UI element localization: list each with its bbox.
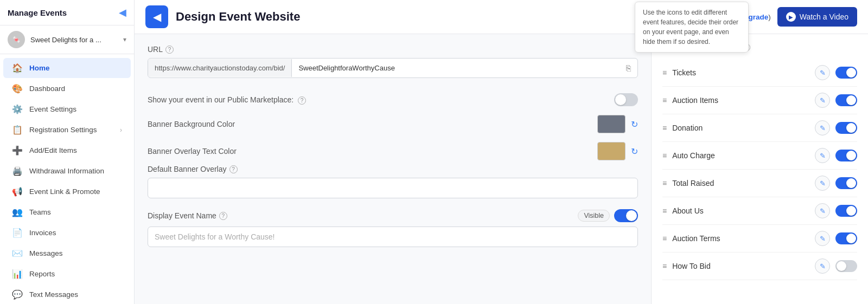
url-label: URL ? xyxy=(148,45,638,54)
auction-items-toggle[interactable] xyxy=(835,94,857,106)
nav-config-item-how-to-bid: ≡ How To Bid ✎ xyxy=(662,253,857,280)
sidebar-item-label: Registration Settings xyxy=(29,126,97,134)
edit-about-us-button[interactable]: ✎ xyxy=(815,203,830,218)
auto-charge-toggle[interactable] xyxy=(835,150,857,161)
how-to-bid-toggle[interactable] xyxy=(835,260,857,272)
banner-bg-color-row: Banner Background Color ↻ xyxy=(148,111,638,138)
watch-label: Watch a Video xyxy=(800,12,848,21)
edit-auction-items-button[interactable]: ✎ xyxy=(815,93,830,108)
sidebar-item-label: Reports xyxy=(29,270,55,278)
banner-bg-reset-icon[interactable]: ↻ xyxy=(631,119,638,130)
banner-bg-swatch-wrap: ↻ xyxy=(597,115,638,133)
banner-overlay-color-row: Banner Overlay Text Color ↻ xyxy=(148,138,638,165)
nav-config-item-tickets: ≡ Tickets ✎ xyxy=(662,59,857,87)
nav-item-label-about-us: About Us xyxy=(672,206,809,215)
banner-overlay-reset-icon[interactable]: ↻ xyxy=(631,146,638,157)
sidebar-item-messages[interactable]: ✉️ Messages xyxy=(3,243,131,263)
nav-item-label-donation: Donation xyxy=(672,124,809,132)
toggle-knob xyxy=(615,94,626,105)
marketplace-toggle[interactable] xyxy=(614,93,638,106)
event-name-input[interactable] xyxy=(148,227,638,247)
sidebar-collapse-icon[interactable]: ◀ xyxy=(119,7,126,18)
settings-icon: ⚙️ xyxy=(12,104,23,114)
url-suffix[interactable]: SweetDelightforaWorthyCause xyxy=(292,59,620,77)
banner-bg-label: Banner Background Color xyxy=(148,120,235,128)
add-icon: ➕ xyxy=(12,145,23,156)
about-us-toggle[interactable] xyxy=(835,205,857,217)
marketplace-help-icon[interactable]: ? xyxy=(298,96,306,105)
tooltip-box: Use the icons to edit different event fe… xyxy=(635,2,749,53)
reports-icon: 📊 xyxy=(12,269,23,279)
copy-icon[interactable]: ⎘ xyxy=(620,59,637,77)
drag-handle-icon[interactable]: ≡ xyxy=(662,179,667,187)
nav-item-label-auto-charge: Auto Charge xyxy=(672,151,809,160)
sidebar-item-dashboard[interactable]: 🎨 Dashboard xyxy=(3,79,131,99)
sidebar-item-event-link-promote[interactable]: 📢 Event Link & Promote xyxy=(3,182,131,202)
sidebar-item-teams[interactable]: 👥 Teams xyxy=(3,202,131,222)
chevron-right-icon: › xyxy=(120,126,122,134)
topbar: ◀ Design Event Website Use the icons to … xyxy=(135,0,868,34)
visible-badge: Visible xyxy=(578,210,610,222)
drag-handle-icon[interactable]: ≡ xyxy=(662,124,667,132)
edit-total-raised-button[interactable]: ✎ xyxy=(815,176,830,191)
banner-overlay-swatch[interactable] xyxy=(597,142,626,160)
nav-config-item-donation: ≡ Donation ✎ xyxy=(662,114,857,142)
url-field-group: URL ? https://www.charityauctionstoday.c… xyxy=(148,45,638,78)
nav-config-item-auction-items: ≡ Auction Items ✎ xyxy=(662,87,857,114)
auction-terms-toggle[interactable] xyxy=(835,232,857,244)
banner-bg-swatch[interactable] xyxy=(597,115,626,133)
nav-item-label-tickets: Tickets xyxy=(672,68,809,77)
sidebar-item-registration-settings[interactable]: 📋 Registration Settings › xyxy=(3,120,131,140)
sidebar-item-label: Event Link & Promote xyxy=(29,187,100,196)
content-area: URL ? https://www.charityauctionstoday.c… xyxy=(135,34,868,304)
drag-handle-icon[interactable]: ≡ xyxy=(662,206,667,215)
banner-overlay-label: Banner Overlay Text Color xyxy=(148,147,237,156)
edit-tickets-button[interactable]: ✎ xyxy=(815,65,830,80)
total-raised-toggle[interactable] xyxy=(835,177,857,189)
home-icon: 🏠 xyxy=(12,63,23,73)
sidebar-item-withdrawal-info[interactable]: 🖨️ Withdrawal Information xyxy=(3,161,131,181)
play-icon: ▶ xyxy=(786,12,796,22)
sidebar-title: Manage Events xyxy=(8,8,67,17)
display-name-toggle[interactable] xyxy=(614,209,638,222)
avatar: 🍬 xyxy=(8,31,25,48)
edit-auto-charge-button[interactable]: ✎ xyxy=(815,148,830,163)
form-panel: URL ? https://www.charityauctionstoday.c… xyxy=(135,34,651,304)
default-overlay-label: Default Banner Overlay ? xyxy=(148,165,638,173)
default-overlay-help-icon[interactable]: ? xyxy=(229,165,238,173)
sidebar-event-selector[interactable]: 🍬 Sweet Delights for a ... ▾ xyxy=(0,25,134,54)
sidebar-item-invoices[interactable]: 📄 Invoices xyxy=(3,223,131,243)
drag-handle-icon[interactable]: ≡ xyxy=(662,151,667,160)
nav-config-item-about-us: ≡ About Us ✎ xyxy=(662,197,857,225)
drag-handle-icon[interactable]: ≡ xyxy=(662,68,667,77)
sidebar-item-text-messages[interactable]: 💬 Text Messages xyxy=(3,284,131,304)
edit-donation-button[interactable]: ✎ xyxy=(815,120,830,135)
drag-handle-icon[interactable]: ≡ xyxy=(662,234,667,243)
sidebar-item-reports[interactable]: 📊 Reports xyxy=(3,264,131,284)
edit-auction-terms-button[interactable]: ✎ xyxy=(815,231,830,246)
main-content: ◀ Design Event Website Use the icons to … xyxy=(135,0,868,304)
nav-item-label-total-raised: Total Raised xyxy=(672,179,809,187)
sidebar-item-label: Dashboard xyxy=(29,85,65,93)
display-name-toggle-knob xyxy=(626,210,637,221)
default-overlay-input[interactable] xyxy=(148,178,638,198)
text-messages-icon: 💬 xyxy=(12,289,23,300)
sidebar-item-add-edit-items[interactable]: ➕ Add/Edit Items xyxy=(3,140,131,160)
drag-handle-icon[interactable]: ≡ xyxy=(662,262,667,270)
edit-how-to-bid-button[interactable]: ✎ xyxy=(815,258,830,274)
url-help-icon[interactable]: ? xyxy=(165,46,174,54)
donation-toggle[interactable] xyxy=(835,122,857,134)
display-name-group: Display Event Name ? Visible xyxy=(148,209,638,247)
nav-config-panel: Configure Navigation ? ≡ Tickets ✎ ≡ Auc… xyxy=(651,34,868,304)
tickets-toggle[interactable] xyxy=(835,67,857,79)
nav-item-label-auction-items: Auction Items xyxy=(672,96,809,105)
sidebar-item-label: Withdrawal Information xyxy=(29,167,104,175)
sidebar-item-label: Messages xyxy=(29,249,63,257)
sidebar-nav: 🏠 Home 🎨 Dashboard ⚙️ Event Settings 📋 R… xyxy=(0,54,134,304)
sidebar-item-home[interactable]: 🏠 Home xyxy=(3,58,131,78)
watch-video-button[interactable]: ▶ Watch a Video xyxy=(777,7,857,27)
drag-handle-icon[interactable]: ≡ xyxy=(662,96,667,105)
topbar-logo: ◀ xyxy=(145,5,168,28)
display-name-help-icon[interactable]: ? xyxy=(219,212,227,220)
sidebar-item-event-settings[interactable]: ⚙️ Event Settings xyxy=(3,99,131,119)
